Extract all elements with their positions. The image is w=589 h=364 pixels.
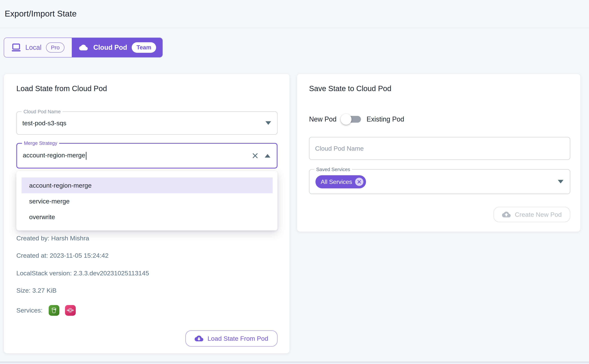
sqs-icon bbox=[65, 305, 76, 316]
pod-mode-toggle-row: New Pod Existing Pod bbox=[309, 114, 404, 125]
cloud-download-icon bbox=[195, 334, 203, 343]
arrow-drop-down-icon bbox=[265, 121, 271, 125]
services-row: Services: bbox=[16, 305, 76, 316]
page-title: Export/Import State bbox=[5, 9, 77, 18]
export-import-state-page: Export/Import State Local Pro Cloud Pod … bbox=[0, 0, 589, 364]
mode-cloud-pod-button[interactable]: Cloud Pod Team bbox=[72, 38, 162, 57]
cancel-icon[interactable] bbox=[355, 178, 363, 186]
arrow-drop-up-icon[interactable] bbox=[265, 154, 270, 158]
save-card-title: Save State to Cloud Pod bbox=[309, 84, 391, 93]
create-button-label: Create New Pod bbox=[515, 211, 562, 218]
mode-toggle-group: Local Pro Cloud Pod Team bbox=[4, 38, 163, 58]
clear-x-icon[interactable] bbox=[252, 153, 258, 159]
localstack-version-text: LocalStack version: 2.3.3.dev20231025113… bbox=[16, 270, 149, 277]
laptop-icon bbox=[12, 43, 21, 52]
existing-pod-label: Existing Pod bbox=[366, 115, 404, 123]
saved-services-label: Saved Services bbox=[314, 167, 352, 172]
saved-services-select[interactable]: Saved Services All Services bbox=[309, 169, 570, 194]
cloud-pod-name-select[interactable]: Cloud Pod Name test-pod-s3-sqs bbox=[16, 111, 277, 135]
merge-strategy-label: Merge Strategy bbox=[22, 140, 59, 146]
created-at-text: Created at: 2023-11-05 15:24:42 bbox=[16, 252, 109, 259]
load-card-title: Load State from Cloud Pod bbox=[16, 84, 107, 93]
switch-thumb bbox=[341, 114, 352, 125]
merge-strategy-dropdown: account-region-merge service-merge overw… bbox=[16, 171, 277, 230]
s3-icon bbox=[49, 305, 59, 316]
bottom-scrollbar-track bbox=[0, 361, 589, 363]
team-badge: Team bbox=[132, 42, 156, 53]
mode-cloud-pod-label: Cloud Pod bbox=[93, 44, 127, 52]
header-divider bbox=[0, 28, 589, 28]
save-pod-name-field bbox=[309, 137, 570, 160]
save-pod-name-input[interactable] bbox=[309, 137, 570, 159]
merge-strategy-input[interactable]: Merge Strategy account-region-merge bbox=[16, 143, 277, 169]
cloud-pod-name-select-label: Cloud Pod Name bbox=[22, 109, 63, 115]
merge-option[interactable]: overwrite bbox=[22, 209, 273, 225]
pod-mode-switch[interactable] bbox=[343, 116, 361, 123]
merge-strategy-value: account-region-merge bbox=[23, 152, 85, 159]
arrow-drop-down-icon bbox=[558, 180, 563, 183]
text-caret bbox=[86, 152, 86, 160]
all-services-chip-label: All Services bbox=[321, 178, 352, 185]
load-state-from-pod-button[interactable]: Load State From Pod bbox=[185, 330, 277, 346]
size-text: Size: 3.27 KiB bbox=[16, 287, 57, 294]
load-button-label: Load State From Pod bbox=[207, 335, 268, 342]
create-new-pod-button[interactable]: Create New Pod bbox=[494, 207, 570, 222]
services-label: Services: bbox=[16, 307, 43, 314]
cloud-upload-icon bbox=[502, 210, 511, 219]
cloud-icon bbox=[78, 43, 89, 52]
pro-badge: Pro bbox=[46, 42, 65, 52]
merge-option[interactable]: service-merge bbox=[22, 193, 273, 209]
save-state-card: Save State to Cloud Pod New Pod Existing… bbox=[297, 74, 581, 232]
load-state-card: Load State from Cloud Pod Cloud Pod Name… bbox=[4, 74, 290, 353]
created-by-text: Created by: Harsh Mishra bbox=[16, 234, 89, 242]
mode-local-button[interactable]: Local Pro bbox=[4, 38, 72, 57]
all-services-chip[interactable]: All Services bbox=[315, 175, 366, 188]
merge-option[interactable]: account-region-merge bbox=[22, 177, 273, 193]
new-pod-label: New Pod bbox=[309, 115, 336, 123]
cloud-pod-name-select-value: test-pod-s3-sqs bbox=[22, 119, 66, 127]
mode-local-label: Local bbox=[25, 44, 41, 52]
